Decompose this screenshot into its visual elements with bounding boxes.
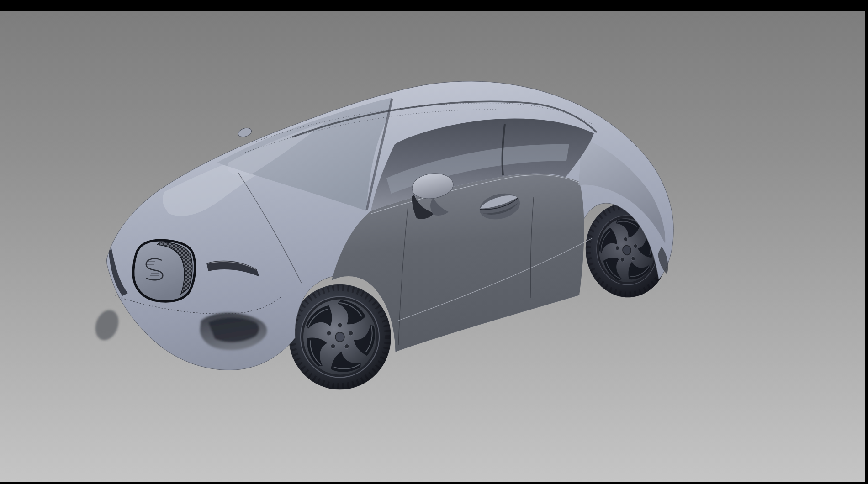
car-render xyxy=(0,0,868,484)
letterbox-right-bar xyxy=(865,0,868,484)
front-wheel xyxy=(289,284,391,390)
front-hub xyxy=(335,332,344,342)
bumper-corner-shadow xyxy=(91,307,122,343)
letterbox-top-bar xyxy=(0,0,868,11)
app-window xyxy=(0,0,868,484)
cowl-antenna-dome xyxy=(237,126,253,138)
car-model[interactable] xyxy=(91,81,673,389)
letterbox-bottom-bar xyxy=(0,482,868,484)
